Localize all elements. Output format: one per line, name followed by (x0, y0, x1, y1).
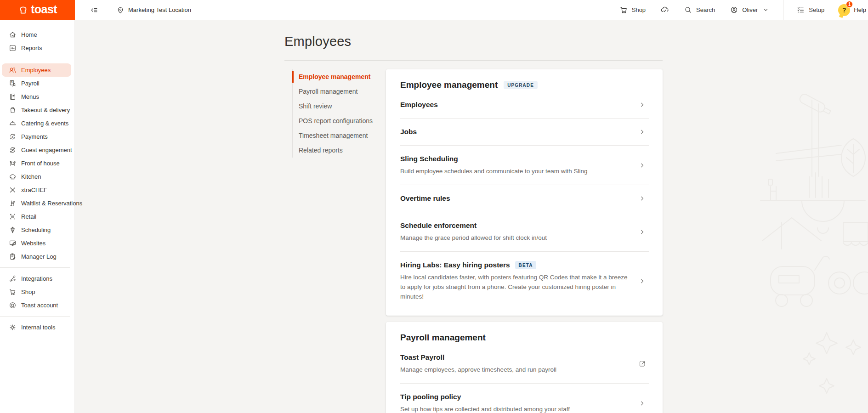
row-title: Sling Scheduling (400, 154, 458, 164)
card-row-hiring-labs-easy-hiring-posters[interactable]: Hiring Labs: Easy hiring posters BETA Hi… (400, 252, 649, 310)
row-description: Set up how tips are collected and distri… (400, 404, 628, 413)
card-title: Payroll management (400, 333, 486, 343)
chevron-right-icon (638, 101, 646, 109)
sidebar-item-label: xtraCHEF (21, 187, 47, 193)
subnav-item-related-reports[interactable]: Related reports (293, 143, 386, 158)
sidebar-item-internal-tools[interactable]: Internal tools (2, 321, 71, 334)
sidebar-item-guest-engagement[interactable]: Guest engagement (2, 143, 71, 157)
kitchen-icon (9, 173, 17, 181)
card-row-employees[interactable]: Employees (400, 91, 649, 119)
help-button[interactable]: ? 1 Help (838, 4, 866, 16)
sidebar-item-label: Payments (21, 133, 48, 140)
subnav-item-employee-management[interactable]: Employee management (293, 69, 386, 84)
sidebar-item-payments[interactable]: $ Payments (2, 130, 71, 143)
brand-name: toast (31, 3, 57, 17)
chevron-right-icon (638, 228, 646, 236)
sidebar-item-websites[interactable]: Websites (2, 237, 71, 250)
row-title: Overtime rules (400, 194, 450, 203)
sidebar-item-label: Takeout & delivery (21, 107, 70, 113)
sidebar: Home Reports Employees $ Payroll Menus T… (0, 20, 75, 413)
sidebar-item-label: Payroll (21, 80, 40, 87)
sidebar-item-scheduling[interactable]: Scheduling (2, 223, 71, 237)
sidebar-divider (0, 267, 70, 268)
card-employee-management: Employee management UPGRADE Employees Jo… (386, 69, 663, 316)
sidebar-item-shop[interactable]: Shop (2, 285, 71, 299)
sidebar-item-label: Integrations (21, 275, 52, 282)
card-row-schedule-enforcement[interactable]: Schedule enforcement Manage the grace pe… (400, 212, 649, 252)
card-row-tip-pooling-policy[interactable]: Tip pooling policy Set up how tips are c… (400, 384, 649, 413)
row-title: Toast Payroll (400, 353, 444, 362)
sidebar-item-employees[interactable]: Employees (2, 63, 71, 77)
sidebar-item-kitchen[interactable]: Kitchen (2, 170, 71, 183)
sidebar-item-toast-account[interactable]: Toast account (2, 299, 71, 312)
sidebar-item-label: Manager Log (21, 253, 57, 260)
catering-events-icon (9, 119, 17, 127)
card-row-jobs[interactable]: Jobs (400, 119, 649, 146)
collapse-sidebar-icon[interactable] (90, 6, 99, 15)
subnav-item-shift-review[interactable]: Shift review (293, 99, 386, 113)
shop-button[interactable]: Shop (619, 6, 646, 14)
front-of-house-icon (9, 159, 17, 167)
sidebar-item-integrations[interactable]: Integrations (2, 272, 71, 285)
sidebar-item-retail[interactable]: Retail (2, 210, 71, 223)
row-title: Tip pooling policy (400, 392, 461, 402)
topbar-divider (783, 0, 783, 20)
websites-icon (9, 239, 17, 247)
card-payroll-management: Payroll management Toast Payroll Manage … (386, 322, 663, 413)
sidebar-item-takeout-delivery[interactable]: Takeout & delivery (2, 103, 71, 117)
sidebar-item-reports[interactable]: Reports (2, 41, 71, 55)
sidebar-item-xtrachef[interactable]: xtraCHEF (2, 183, 71, 197)
sync-status-button[interactable] (660, 6, 669, 14)
external-link-icon (638, 360, 646, 368)
question-bubble-icon: ? 1 (838, 4, 850, 16)
map-pin-icon (116, 6, 125, 14)
page-subnav: Employee management Payroll management S… (292, 69, 386, 158)
sidebar-item-label: Toast account (21, 302, 58, 309)
chevron-right-icon (638, 161, 646, 169)
sidebar-item-front-of-house[interactable]: Front of house (2, 157, 71, 170)
sidebar-item-payroll[interactable]: $ Payroll (2, 77, 71, 90)
waitlist-reservations-icon (9, 199, 17, 207)
home-icon (9, 31, 17, 39)
integrations-icon (9, 275, 17, 283)
svg-text:$: $ (11, 81, 13, 84)
row-description: Build employee schedules and communicate… (400, 166, 628, 176)
sidebar-item-label: Scheduling (21, 226, 51, 233)
sidebar-item-label: Menus (21, 93, 39, 100)
sidebar-item-catering-events[interactable]: Catering & events (2, 117, 71, 130)
card-title: Employee management (400, 80, 498, 90)
row-description: Manage employees, approve timesheets, an… (400, 365, 628, 374)
avatar-icon (730, 6, 738, 14)
subnav-item-payroll-management[interactable]: Payroll management (293, 84, 386, 99)
sidebar-item-label: Waitlist & Reservations (21, 200, 82, 207)
sidebar-item-menus[interactable]: Menus (2, 90, 71, 103)
cart-icon (9, 288, 17, 296)
sidebar-item-label: Websites (21, 240, 45, 247)
manager-log-icon (9, 253, 17, 260)
search-button[interactable]: Search (684, 6, 715, 14)
subnav-item-timesheet-management[interactable]: Timesheet management (293, 128, 386, 143)
sidebar-item-manager-log[interactable]: Manager Log (2, 250, 71, 263)
sidebar-item-label: Front of house (21, 160, 60, 167)
sidebar-item-label: Retail (21, 213, 36, 220)
svg-text:$: $ (12, 136, 14, 138)
takeout-delivery-icon (9, 106, 17, 114)
card-row-toast-payroll[interactable]: Toast Payroll Manage employees, approve … (400, 344, 649, 384)
upgrade-badge: UPGRADE (504, 81, 538, 89)
card-row-overtime-rules[interactable]: Overtime rules (400, 185, 649, 212)
gear-icon (9, 323, 17, 331)
chevron-right-icon (638, 277, 646, 285)
user-menu[interactable]: Oliver (730, 6, 770, 14)
sidebar-item-label: Employees (21, 67, 51, 74)
chevron-down-icon (761, 6, 770, 14)
card-row-sling-scheduling[interactable]: Sling Scheduling Build employee schedule… (400, 146, 649, 185)
sidebar-item-waitlist-reservations[interactable]: Waitlist & Reservations (2, 197, 71, 210)
chevron-right-icon (638, 195, 646, 203)
sidebar-divider (0, 316, 70, 317)
chevron-right-icon (638, 399, 646, 407)
setup-button[interactable]: Setup (796, 6, 824, 14)
magnifier-icon (684, 6, 692, 14)
location-selector[interactable]: Marketing Test Location (116, 6, 191, 14)
subnav-item-pos-report-configurations[interactable]: POS report configurations (293, 113, 386, 128)
sidebar-item-home[interactable]: Home (2, 28, 71, 41)
